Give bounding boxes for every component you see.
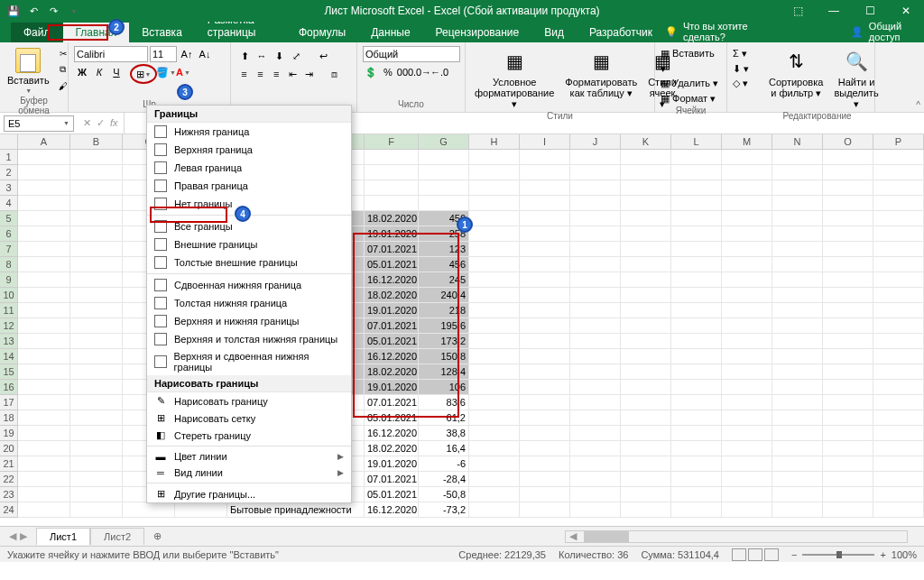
row-header-16[interactable]: 16 <box>0 380 18 395</box>
cell[interactable]: 07.01.2021 <box>365 318 419 334</box>
cell[interactable] <box>621 456 671 472</box>
cell[interactable] <box>772 487 823 502</box>
border-option[interactable]: Все границы <box>147 217 351 235</box>
sheet-nav-next-icon[interactable]: ▶ <box>20 530 27 542</box>
align-center-icon[interactable]: ≡ <box>253 66 268 82</box>
cell[interactable] <box>520 456 570 472</box>
cell[interactable] <box>671 226 722 242</box>
cell[interactable] <box>520 487 570 502</box>
cell[interactable] <box>772 272 823 288</box>
cell[interactable] <box>772 334 823 349</box>
cell[interactable] <box>70 180 123 196</box>
cell[interactable] <box>70 165 123 180</box>
cell[interactable] <box>621 211 671 226</box>
cell[interactable] <box>873 165 924 180</box>
cell[interactable] <box>772 380 823 395</box>
cell[interactable] <box>469 272 520 288</box>
cell[interactable] <box>772 165 823 180</box>
row-header-19[interactable]: 19 <box>0 426 18 441</box>
border-option[interactable]: Левая граница <box>147 159 351 177</box>
cell[interactable] <box>70 472 123 487</box>
cell[interactable] <box>469 395 520 410</box>
cell[interactable] <box>419 150 469 165</box>
cell[interactable] <box>772 242 823 257</box>
cell[interactable]: 123 <box>419 242 469 257</box>
draw-border-option[interactable]: ⊞Нарисовать сетку <box>147 410 351 427</box>
cell[interactable] <box>520 502 570 518</box>
qat-customize-icon[interactable]: ▼ <box>68 5 80 17</box>
cell[interactable] <box>70 303 123 318</box>
cell[interactable] <box>722 150 772 165</box>
border-option[interactable]: Верхняя и толстая нижняя границы <box>147 330 351 348</box>
cell[interactable] <box>18 349 70 364</box>
name-box[interactable]: E5▼ <box>4 115 74 132</box>
cell[interactable] <box>18 242 70 257</box>
cell[interactable]: 173,2 <box>419 334 469 349</box>
cell[interactable] <box>671 456 722 472</box>
cell[interactable] <box>772 318 823 334</box>
sheet-tab-2[interactable]: Лист2 <box>90 528 144 545</box>
cell[interactable] <box>520 180 570 196</box>
cell[interactable] <box>873 303 924 318</box>
cell[interactable] <box>772 226 823 242</box>
cell[interactable] <box>873 456 924 472</box>
cell[interactable] <box>520 272 570 288</box>
cell[interactable] <box>772 426 823 441</box>
cell[interactable] <box>520 380 570 395</box>
cell[interactable] <box>621 395 671 410</box>
row-header-2[interactable]: 2 <box>0 165 18 180</box>
cell[interactable] <box>570 487 621 502</box>
cell[interactable] <box>722 303 772 318</box>
cell[interactable] <box>70 150 123 165</box>
format-as-table-button[interactable]: ▦Форматировать как таблицу ▾ <box>561 46 641 100</box>
cell[interactable] <box>873 441 924 456</box>
cell[interactable] <box>18 395 70 410</box>
align-middle-icon[interactable]: ↔ <box>254 48 270 64</box>
cell[interactable] <box>520 426 570 441</box>
cell[interactable] <box>873 426 924 441</box>
row-header-9[interactable]: 9 <box>0 272 18 288</box>
cell[interactable] <box>823 165 873 180</box>
cell[interactable]: 05.01.2021 <box>365 487 419 502</box>
cell[interactable] <box>722 395 772 410</box>
share-button[interactable]: Общий доступ <box>869 21 913 42</box>
insert-cells-button[interactable]: ▦ Вставить ▾ <box>661 46 721 76</box>
cell[interactable] <box>18 180 70 196</box>
cell[interactable] <box>671 272 722 288</box>
cell[interactable] <box>873 211 924 226</box>
cell[interactable] <box>722 180 772 196</box>
cell[interactable] <box>570 211 621 226</box>
cell[interactable] <box>18 318 70 334</box>
cell[interactable] <box>621 180 671 196</box>
row-header-24[interactable]: 24 <box>0 502 18 518</box>
cell[interactable] <box>70 349 123 364</box>
cell[interactable]: 195,6 <box>419 318 469 334</box>
cell[interactable] <box>570 456 621 472</box>
clear-button[interactable]: ◇ ▾ <box>733 76 754 91</box>
cell[interactable] <box>18 410 70 426</box>
cell[interactable] <box>469 257 520 272</box>
row-header-12[interactable]: 12 <box>0 318 18 334</box>
border-option[interactable]: Сдвоенная нижняя граница <box>147 276 351 294</box>
cell[interactable] <box>722 242 772 257</box>
cell[interactable] <box>823 318 873 334</box>
cell[interactable] <box>621 303 671 318</box>
cell[interactable] <box>419 196 469 211</box>
conditional-formatting-button[interactable]: ▦Условное форматирование ▾ <box>471 46 558 111</box>
cell[interactable] <box>772 456 823 472</box>
decrease-font-icon[interactable]: A↓ <box>197 46 213 62</box>
cell[interactable] <box>722 196 772 211</box>
column-header-B[interactable]: B <box>70 134 123 149</box>
cell[interactable] <box>570 196 621 211</box>
cell[interactable]: 128,4 <box>419 364 469 380</box>
border-option[interactable]: Верхняя граница <box>147 141 351 159</box>
cell[interactable] <box>18 211 70 226</box>
fill-button[interactable]: ⬇ ▾ <box>733 61 754 77</box>
tab-insert[interactable]: Вставка <box>129 23 195 42</box>
row-header-6[interactable]: 6 <box>0 226 18 242</box>
column-header-M[interactable]: M <box>722 134 772 149</box>
cell[interactable] <box>18 288 70 303</box>
cell[interactable] <box>873 288 924 303</box>
align-left-icon[interactable]: ≡ <box>236 66 252 82</box>
cell[interactable] <box>520 226 570 242</box>
